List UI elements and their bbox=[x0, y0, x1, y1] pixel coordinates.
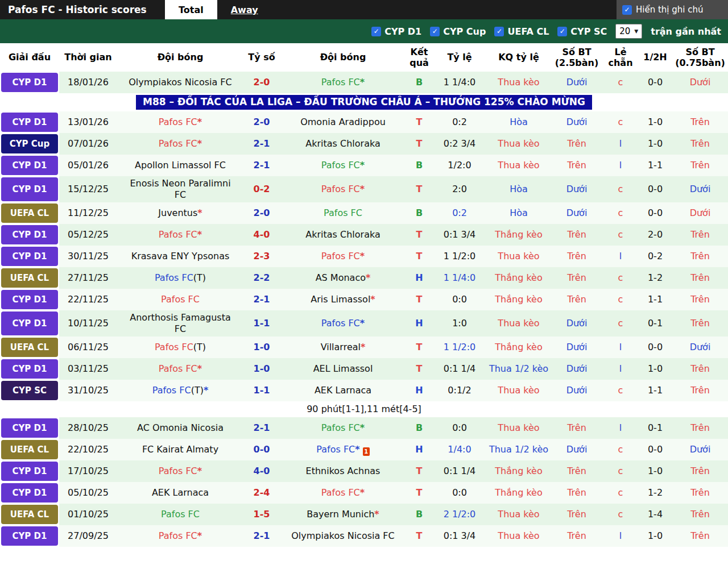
final-score: 2-1 bbox=[243, 289, 280, 310]
handicap-result: Thua kèo bbox=[487, 155, 551, 176]
star-marker: * bbox=[197, 229, 202, 240]
match-row-05-12-25[interactable]: CYP D105/12/25Pafos FC*4-0Akritas Chlora… bbox=[0, 224, 728, 246]
star-marker: * bbox=[360, 251, 365, 261]
handicap-result: Thua kèo bbox=[487, 380, 551, 401]
filter-label: CYP D1 bbox=[384, 26, 421, 37]
match-row-22-11-25[interactable]: CYP D122/11/25Pafos FC2-1Aris Limassol*T… bbox=[0, 289, 728, 310]
result-letter: T bbox=[406, 176, 432, 202]
match-row-22-10-25[interactable]: UEFA CL22/10/25FC Kairat Almaty0-0Pafos … bbox=[0, 439, 728, 460]
match-date: 05/01/26 bbox=[59, 155, 117, 176]
match-row-18-01-26[interactable]: CYP D118/01/26Olympiakos Nicosia FC2-0Pa… bbox=[0, 72, 728, 93]
match-row-03-11-25[interactable]: CYP D103/11/25Pafos FC*1-0AEL LimassolT0… bbox=[0, 358, 728, 380]
penalty-note: 90 phút[1-1],11 mét[4-5] bbox=[0, 401, 728, 417]
team-name: Pafos FC bbox=[159, 117, 197, 127]
handicap-result: Thua kèo bbox=[487, 504, 551, 525]
result-letter: T bbox=[406, 289, 432, 310]
odd-even: c bbox=[603, 111, 638, 133]
home-team: Pafos FC bbox=[117, 504, 243, 525]
final-score: 2-1 bbox=[243, 133, 280, 155]
handicap-result: Thắng kèo bbox=[487, 267, 551, 289]
result-letter: B bbox=[406, 202, 432, 224]
match-row-05-10-25[interactable]: CYP D105/10/25AEK Larnaca2-4Pafos FC*T0:… bbox=[0, 482, 728, 504]
half-time-score: 1-1 bbox=[638, 380, 672, 401]
star-marker: * bbox=[204, 385, 208, 396]
column-header-goals-2-5: Số BT (2.5bàn) bbox=[551, 43, 603, 72]
column-header-away-team: Đội bóng bbox=[280, 43, 406, 72]
column-header-time: Thời gian bbox=[59, 43, 117, 72]
tab-away[interactable]: Away bbox=[217, 0, 272, 19]
team-name: Pafos FC bbox=[159, 229, 197, 240]
handicap-result: Thắng kèo bbox=[487, 289, 551, 310]
team-name: Olympiakos Nicosia FC bbox=[129, 77, 231, 88]
filter-checkbox[interactable]: ✓ bbox=[430, 27, 440, 36]
match-row-13-01-26[interactable]: CYP D113/01/26Pafos FC*2-0Omonia Aradipp… bbox=[0, 111, 728, 133]
league-badge: CYP D1 bbox=[1, 462, 58, 481]
over-under-0-75: Trên bbox=[672, 460, 728, 482]
home-team: Juventus* bbox=[117, 202, 243, 224]
home-team: FC Kairat Almaty bbox=[117, 439, 243, 460]
result-letter: T bbox=[406, 111, 432, 133]
home-team: Olympiakos Nicosia FC bbox=[117, 72, 243, 93]
match-row-01-10-25[interactable]: UEFA CL01/10/25Pafos FC1-5Bayern Munich*… bbox=[0, 504, 728, 525]
over-under-2-5: Dưới bbox=[551, 358, 603, 380]
odd-even: c bbox=[603, 224, 638, 246]
final-score: 2-2 bbox=[243, 267, 280, 289]
over-under-2-5: Dưới bbox=[551, 310, 603, 337]
league-cell: CYP D1 bbox=[0, 72, 59, 93]
match-count-select[interactable]: 20 ▼ bbox=[615, 24, 642, 39]
odd-even: l bbox=[603, 155, 638, 176]
team-name: Apollon Limassol FC bbox=[135, 160, 226, 171]
result-letter: H bbox=[406, 380, 432, 401]
match-row-11-12-25[interactable]: UEFA CL11/12/25Juventus*2-0Pafos FCB0:2H… bbox=[0, 202, 728, 224]
match-row-27-11-25[interactable]: UEFA CL27/11/25Pafos FC(T)2-2AS Monaco*H… bbox=[0, 267, 728, 289]
match-row-17-10-25[interactable]: CYP D117/10/25Pafos FC*4-0Ethnikos Achna… bbox=[0, 460, 728, 482]
over-under-0-75: Dưới bbox=[672, 439, 728, 460]
league-badge: CYP D1 bbox=[1, 177, 58, 201]
half-time-score: 1-2 bbox=[638, 267, 672, 289]
match-row-07-01-26[interactable]: CYP Cup07/01/26Pafos FC*2-1Akritas Chlor… bbox=[0, 133, 728, 155]
team-name: Pafos FC bbox=[321, 422, 360, 433]
match-row-05-01-26[interactable]: CYP D105/01/26Apollon Limassol FC2-1Pafo… bbox=[0, 155, 728, 176]
away-team: AS Monaco* bbox=[280, 267, 406, 289]
tab-total[interactable]: Total bbox=[165, 0, 217, 19]
column-header-odds-result: KQ tỷ lệ bbox=[487, 43, 551, 72]
handicap-result: Thua kèo bbox=[487, 246, 551, 267]
star-marker: * bbox=[197, 466, 202, 476]
ad-banner[interactable]: M88 – ĐỐI TÁC CỦA LA LIGA – ĐẤU TRƯỜNG C… bbox=[136, 95, 592, 109]
home-team: AEK Larnaca bbox=[117, 482, 243, 504]
match-date: 03/11/25 bbox=[59, 358, 117, 380]
over-under-0-75: Trên bbox=[672, 155, 728, 176]
odd-even: c bbox=[603, 176, 638, 202]
league-badge: UEFA CL bbox=[1, 505, 58, 524]
final-score: 2-0 bbox=[243, 72, 280, 93]
filter-checkbox[interactable]: ✓ bbox=[494, 27, 504, 36]
match-date: 05/10/25 bbox=[59, 482, 117, 504]
match-date: 17/10/25 bbox=[59, 460, 117, 482]
filter-checkbox[interactable]: ✓ bbox=[371, 27, 381, 36]
handicap-odds: 1 1/4:0 bbox=[432, 72, 487, 93]
match-row-28-10-25[interactable]: CYP D128/10/25AC Omonia Nicosia2-1Pafos … bbox=[0, 417, 728, 439]
historic-scores-table: Giải đấuThời gianĐội bóngTỷ sốĐội bóngKế… bbox=[0, 43, 728, 547]
match-date: 22/10/25 bbox=[59, 439, 117, 460]
team-name: Pafos FC bbox=[316, 444, 355, 455]
away-team: Villarreal* bbox=[280, 337, 406, 358]
handicap-result: Thua kèo bbox=[487, 417, 551, 439]
match-row-06-11-25[interactable]: UEFA CL06/11/25Pafos FC(T)1-0Villarreal*… bbox=[0, 337, 728, 358]
team-name: Pafos FC bbox=[161, 509, 200, 520]
match-row-31-10-25[interactable]: CYP SC31/10/25Pafos FC(T)*1-1AEK Larnaca… bbox=[0, 380, 728, 401]
handicap-result: Thua kèo bbox=[487, 133, 551, 155]
match-row-15-12-25[interactable]: CYP D115/12/25Enosis Neon Paralimni FC0-… bbox=[0, 176, 728, 202]
filter-checkbox[interactable]: ✓ bbox=[557, 27, 567, 36]
away-team: Akritas Chloraka bbox=[280, 133, 406, 155]
handicap-result: Thua 1/2 kèo bbox=[487, 358, 551, 380]
match-date: 06/11/25 bbox=[59, 337, 117, 358]
final-score: 1-1 bbox=[243, 310, 280, 337]
match-row-30-11-25[interactable]: CYP D130/11/25Krasava ENY Ypsonas2-3Pafo… bbox=[0, 246, 728, 267]
league-cell: UEFA CL bbox=[0, 337, 59, 358]
note-toggle-checkbox[interactable]: ✓ bbox=[622, 5, 632, 15]
match-row-10-11-25[interactable]: CYP D110/11/25Anorthosis Famagusta FC1-1… bbox=[0, 310, 728, 337]
odd-even: l bbox=[603, 133, 638, 155]
team-name: Pafos FC bbox=[155, 342, 193, 352]
match-row-27-09-25[interactable]: CYP D127/09/25Pafos FC*2-1Olympiakos Nic… bbox=[0, 525, 728, 547]
team-name: Bayern Munich bbox=[307, 509, 374, 520]
